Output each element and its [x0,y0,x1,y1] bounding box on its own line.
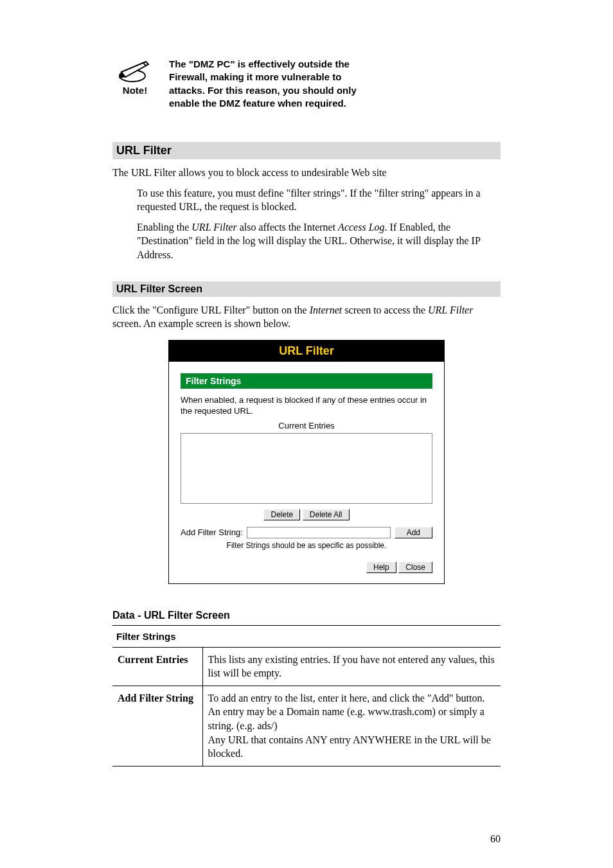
note-block: Note! The "DMZ PC" is effectively outsid… [112,58,501,110]
url-filter-intro: The URL Filter allows you to block acces… [112,166,501,180]
delete-button[interactable]: Delete [263,509,300,520]
filter-hint: Filter Strings should be as specific as … [181,541,432,550]
router-screenshot: URL Filter Filter Strings When enabled, … [168,340,445,584]
t: Access Log [338,222,384,233]
page-number: 60 [490,833,501,845]
t: URL Filter [428,305,473,315]
add-filter-input[interactable] [247,527,391,538]
data-table: Filter Strings Current Entries This list… [112,625,501,766]
url-filter-bullet-2: Enabling the URL Filter also affects the… [112,220,501,262]
router-title: URL Filter [169,341,444,362]
t: Internet [310,305,342,315]
data-section-heading: Data - URL Filter Screen [112,610,501,621]
section-heading-url-filter-screen: URL Filter Screen [112,281,501,297]
note-text: The "DMZ PC" is effectively outside the … [169,58,368,110]
t: screen to access the [342,305,428,315]
section-heading-url-filter: URL Filter [112,142,501,159]
row-val: This lists any existing entries. If you … [202,647,501,686]
url-filter-screen-desc: Click the "Configure URL Filter" button … [112,303,501,331]
group-header: Filter Strings [112,625,501,647]
table-row: Add Filter String To add an entry to the… [112,686,501,766]
t: also affects the Internet [237,222,338,233]
router-desc: When enabled, a request is blocked if an… [181,395,432,417]
note-icon-block: Note! [112,58,157,96]
router-body: Filter Strings When enabled, a request i… [169,362,444,583]
t: Click the "Configure URL Filter" button … [112,305,310,315]
row-key: Add Filter String [112,686,202,766]
current-entries-label: Current Entries [181,421,432,430]
t: URL Filter [191,222,236,233]
current-entries-listbox[interactable] [181,433,432,504]
note-label: Note! [123,85,147,96]
help-button[interactable]: Help [366,562,396,573]
row-val: To add an entry to the list, enter it he… [202,686,501,766]
url-filter-bullet-1: To use this feature, you must define "fi… [112,186,501,214]
add-button[interactable]: Add [395,527,432,538]
pen-note-icon [118,58,152,84]
t: screen. An example screen is shown below… [112,318,290,329]
table-row: Current Entries This lists any existing … [112,647,501,686]
delete-all-button[interactable]: Delete All [303,509,350,520]
table-group-row: Filter Strings [112,625,501,647]
t: Enabling the [137,222,191,233]
close-button[interactable]: Close [398,562,432,573]
add-filter-label: Add Filter String: [181,527,243,537]
row-key: Current Entries [112,647,202,686]
router-section-label: Filter Strings [181,373,432,389]
